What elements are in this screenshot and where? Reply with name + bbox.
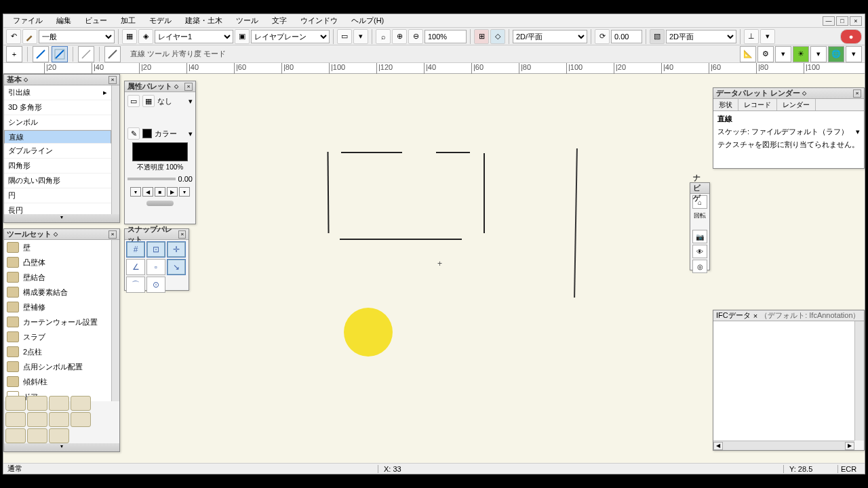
menu-model[interactable]: モデル — [142, 14, 178, 27]
tab-record[interactable]: レコード — [738, 99, 777, 110]
collapse-icon[interactable]: ▾ — [4, 214, 119, 222]
tool-component-join[interactable]: 構成要素結合 — [4, 285, 111, 300]
menu-tool[interactable]: ツール — [229, 14, 265, 27]
toolset-palette[interactable]: ツールセット◇× 壁 凸壁体 壁結合 構成要素結合 壁補修 カーテンウォール設置… — [3, 228, 120, 452]
snap-tangent-icon[interactable]: ⊙ — [146, 277, 165, 293]
snap-object-icon[interactable]: ⊡ — [146, 241, 165, 258]
pin-icon[interactable]: ◇ — [172, 83, 180, 91]
menu-file[interactable]: ファイル — [6, 14, 50, 27]
last-icon[interactable]: ▾ — [179, 187, 190, 197]
fill-preview[interactable] — [132, 142, 188, 161]
heliodon-icon[interactable]: ☀ — [793, 46, 809, 62]
collapse-icon[interactable]: ▾ — [4, 443, 119, 451]
cat-furn-icon[interactable] — [49, 396, 69, 411]
tool-rect[interactable]: 四角形 — [4, 159, 111, 174]
scroll-left-icon[interactable]: ◀ — [713, 442, 723, 450]
first-icon[interactable]: ▾ — [130, 187, 141, 197]
menu-text[interactable]: 文字 — [265, 14, 294, 27]
close-palette-icon[interactable]: × — [178, 230, 186, 239]
snap-smart-icon[interactable]: ↘ — [167, 259, 186, 275]
scrollbar[interactable] — [111, 240, 119, 401]
tool-circle[interactable]: 円 — [4, 188, 111, 203]
cat-light-icon[interactable] — [71, 412, 91, 427]
scrollbar-horizontal[interactable]: ◀ ▶ — [713, 441, 854, 450]
menu-process[interactable]: 加工 — [114, 14, 142, 27]
layer-icon[interactable]: ▦ — [122, 29, 137, 44]
thickness-slider[interactable] — [127, 178, 176, 180]
line-constrained-icon[interactable] — [33, 46, 49, 62]
data-palette[interactable]: データパレット レンダー◇× 形状 レコード レンダー 直線 スケッチ: ファイ… — [713, 87, 865, 169]
pin-icon[interactable]: ◇ — [800, 89, 808, 98]
tool-2pt-column[interactable]: 2点柱 — [4, 344, 111, 359]
dropdown-icon[interactable]: ▾ — [856, 127, 860, 136]
measure-icon[interactable]: 📐 — [740, 46, 756, 62]
cat-vis-icon[interactable] — [27, 412, 47, 427]
dropdown-icon[interactable]: ▾ — [353, 29, 368, 44]
menu-edit[interactable]: 編集 — [50, 14, 78, 27]
cat-walk-icon[interactable] — [49, 412, 69, 427]
snap-edge-icon[interactable]: ⌒ — [126, 277, 145, 293]
drawing-canvas[interactable]: + — [199, 74, 687, 463]
zoom-out-icon[interactable]: ⊖ — [408, 29, 423, 44]
snap-intersect-icon[interactable]: ✛ — [167, 241, 186, 258]
color-swatch[interactable] — [142, 129, 152, 138]
cat-site-icon[interactable] — [27, 396, 47, 411]
tool-prefs-icon[interactable] — [104, 46, 121, 62]
close-palette-icon[interactable]: × — [853, 89, 861, 98]
cat-3d-icon[interactable] — [5, 428, 26, 443]
tool-round-rect[interactable]: 隅の丸い四角形 — [4, 174, 111, 188]
cat-dims-icon[interactable] — [5, 412, 26, 427]
menu-arch[interactable]: 建築・土木 — [178, 14, 229, 27]
undo-button[interactable]: ↶ — [6, 29, 21, 44]
nav-target-icon[interactable]: ◎ — [692, 260, 707, 273]
line-offset-icon[interactable] — [78, 46, 94, 62]
close-palette-icon[interactable]: × — [184, 83, 193, 91]
class-select[interactable]: 一般 — [39, 30, 115, 43]
scroll-right-icon[interactable]: ▶ — [845, 442, 854, 450]
menu-help[interactable]: ヘルプ(H) — [344, 14, 391, 27]
prev-icon[interactable]: ◀ — [142, 187, 153, 197]
record-button[interactable]: ● — [840, 29, 862, 44]
pin-icon[interactable]: ◇ — [22, 76, 30, 84]
gear-icon[interactable]: ⚙ — [757, 46, 774, 62]
menu-window[interactable]: ウインドウ — [294, 14, 344, 27]
basic-palette[interactable]: 基本◇× 引出線▸ 3D 多角形 シンボル 直線 ダブルライン 四角形 隅の丸い… — [3, 74, 120, 223]
globe-icon[interactable]: 🌐 — [828, 46, 844, 62]
layer-plane-select[interactable]: レイヤプレーン — [251, 30, 330, 43]
dropdown4-icon[interactable]: ▾ — [810, 46, 827, 62]
minimize-icon[interactable]: — — [823, 16, 835, 26]
stop-icon[interactable]: ■ — [155, 187, 165, 197]
zoom-fit-icon[interactable]: ⌕ — [376, 29, 391, 44]
cat-building-icon[interactable] — [5, 396, 26, 411]
line-free-icon[interactable] — [52, 46, 68, 62]
tool-convex-wall[interactable]: 凸壁体 — [4, 255, 111, 270]
pin-icon[interactable]: ◇ — [52, 230, 60, 239]
ifc-tree[interactable] — [713, 321, 854, 441]
tool-slope-column[interactable]: 傾斜/柱 — [4, 374, 111, 389]
tool-wall-join[interactable]: 壁結合 — [4, 270, 111, 285]
zoom-in-icon[interactable]: ⊕ — [392, 29, 407, 44]
render-mode-icon[interactable]: ▧ — [650, 29, 665, 44]
close-icon[interactable]: × — [850, 16, 862, 26]
tool-curtain-wall[interactable]: カーテンウォール設置 — [4, 314, 111, 329]
scrollbar[interactable] — [111, 85, 119, 214]
layer-vis-icon[interactable]: ◈ — [138, 29, 153, 44]
render-mode-select[interactable]: 2D平面 — [666, 30, 736, 43]
cat-detail-icon[interactable] — [71, 396, 91, 411]
scrollbar-vertical[interactable] — [854, 321, 864, 441]
cat-gear-icon[interactable] — [49, 428, 69, 443]
layer-select[interactable]: レイヤー1 — [155, 30, 233, 43]
saved-view-icon[interactable]: ▭ — [337, 29, 352, 44]
rotate-icon[interactable]: ⟳ — [595, 29, 610, 44]
dropdown3-icon[interactable]: ▾ — [775, 46, 791, 62]
snap-grid-icon[interactable]: # — [126, 241, 145, 258]
attr-icon2[interactable]: ▦ — [142, 95, 155, 107]
tool-slab[interactable]: スラブ — [4, 329, 111, 344]
tab-shape[interactable]: 形状 — [713, 99, 738, 110]
snap-point-icon[interactable]: ▫ — [146, 259, 165, 275]
pen-icon[interactable]: ✎ — [127, 127, 140, 140]
zoom-input[interactable] — [425, 30, 467, 43]
nav-palette[interactable]: ナビゲ ⌂ 回転 📷 👁 ◎ — [690, 182, 710, 270]
tool-symbol[interactable]: シンボル — [4, 115, 111, 130]
angle-input[interactable] — [611, 30, 642, 43]
